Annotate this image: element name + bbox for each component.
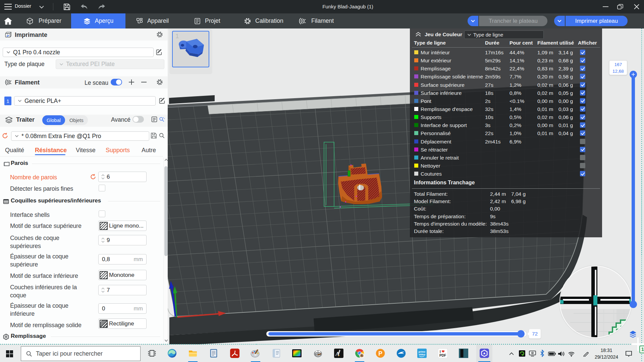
tab-strength[interactable]: Résistance [35, 147, 67, 154]
parameter-list-icon[interactable] [151, 116, 158, 123]
filament-preset-dropdown[interactable]: Generic PLA+ [14, 96, 156, 106]
legend-view-mode-dropdown[interactable]: Type de ligne [464, 31, 544, 39]
minimize-button[interactable] [603, 6, 608, 7]
layer-slider-track[interactable] [632, 74, 635, 305]
line-type-visibility-checkbox[interactable] [580, 147, 585, 152]
writer-document-icon[interactable] [209, 349, 218, 358]
spin-up-icon[interactable] [101, 174, 105, 176]
slice-plate-button[interactable]: Trancher le plateau [479, 16, 547, 26]
layer-slider-top-handle[interactable] [630, 71, 637, 78]
spin-down-icon[interactable] [101, 241, 105, 243]
poweriso-icon[interactable]: P [376, 349, 385, 358]
openoffice-icon[interactable] [396, 349, 406, 358]
line-type-visibility-checkbox[interactable] [580, 139, 585, 144]
spinner-arrows[interactable] [99, 174, 107, 179]
start-button[interactable] [6, 350, 13, 357]
save-icon[interactable] [63, 3, 70, 10]
edit-filament-icon[interactable] [159, 97, 166, 104]
line-type-visibility-checkbox[interactable] [580, 66, 585, 71]
image-viewer-icon[interactable] [292, 349, 302, 358]
top-thickness-input[interactable]: 0,8 mm [98, 254, 147, 264]
menu-chevron-icon[interactable] [39, 5, 44, 9]
line-type-visibility-checkbox[interactable] [580, 171, 585, 176]
print-dropdown-button[interactable] [554, 16, 565, 26]
filament-slot-number[interactable]: 1 [4, 97, 11, 105]
artweaver-icon[interactable]: A [334, 349, 343, 358]
tab-filament[interactable]: Filament [299, 13, 334, 28]
step-slider-track[interactable] [266, 331, 527, 337]
tab-project[interactable]: Projet [194, 13, 220, 28]
line-type-visibility-checkbox[interactable] [580, 82, 585, 87]
taskbar-search-box[interactable]: Taper ici pour rechercher [21, 346, 141, 361]
bottom-layers-spinner[interactable]: 7 [98, 285, 147, 295]
sidebar-scrollbar-thumb[interactable] [164, 166, 168, 256]
scope-global-button[interactable]: Global [42, 115, 65, 125]
line-type-visibility-checkbox[interactable] [580, 130, 585, 136]
slice-dropdown-button[interactable] [468, 16, 478, 26]
interface-shells-checkbox[interactable] [99, 210, 105, 217]
tab-calibration[interactable]: Calibration [244, 13, 283, 28]
close-button[interactable] [634, 4, 639, 9]
paint-palette-icon[interactable] [251, 349, 260, 358]
remove-filament-button[interactable] [141, 79, 147, 85]
battery-tray-icon[interactable] [548, 352, 556, 356]
detect-thin-checkbox[interactable] [99, 185, 105, 191]
restore-button[interactable] [617, 4, 623, 9]
chrome-browser-icon[interactable] [355, 349, 364, 358]
tab-quality[interactable]: Qualité [5, 147, 24, 154]
dark-app-icon[interactable] [459, 349, 468, 358]
line-type-visibility-checkbox[interactable] [580, 50, 585, 55]
wall-loops-spinner[interactable]: 6 [98, 172, 147, 182]
acrobat-reader-icon[interactable] [230, 349, 239, 358]
line-type-visibility-checkbox[interactable] [580, 90, 585, 96]
line-type-visibility-checkbox[interactable] [580, 163, 585, 168]
plate-type-dropdown[interactable]: Textured PEI Plate [56, 59, 164, 69]
spinner-arrows[interactable] [99, 238, 107, 243]
line-type-visibility-checkbox[interactable] [580, 98, 585, 104]
step-slider-handle[interactable] [517, 330, 525, 338]
line-type-visibility-checkbox[interactable] [580, 106, 585, 112]
reset-wall-loops-icon[interactable] [90, 174, 96, 180]
advanced-toggle[interactable] [132, 116, 144, 123]
redo-icon[interactable] [98, 4, 105, 10]
tab-device[interactable]: Appareil [136, 13, 169, 28]
line-type-visibility-checkbox[interactable] [580, 58, 585, 63]
plate-thumbnail-selected[interactable]: 1 [172, 31, 209, 67]
line-type-visibility-checkbox[interactable] [580, 74, 585, 79]
file-explorer-icon[interactable] [188, 349, 198, 358]
notepad-icon[interactable] [272, 349, 281, 358]
add-filament-button[interactable] [128, 79, 135, 85]
pen-tray-icon[interactable] [583, 351, 589, 357]
process-preset-dropdown[interactable]: * 0.08mm Extra Fine @Q1 Pro [11, 131, 149, 141]
gimp-icon[interactable] [313, 349, 323, 358]
action-center-icon[interactable] [625, 351, 632, 357]
taskbar-clock[interactable]: 18:31 29/12/2024 [593, 347, 620, 360]
tab-preview[interactable]: Aperçu [71, 13, 125, 28]
prime-video-icon[interactable]: prime video [417, 349, 427, 358]
print-plate-button[interactable]: Imprimer plateau [566, 16, 628, 26]
layer-slider-bottom-handle[interactable] [630, 301, 637, 308]
hamburger-menu-icon[interactable] [4, 3, 12, 10]
tray-expand-chevron[interactable] [509, 352, 514, 355]
solid-pattern-dropdown[interactable]: Rectiligne [98, 318, 147, 329]
spin-up-icon[interactable] [101, 288, 105, 290]
ilovepdf-icon[interactable]: I PDF [438, 349, 447, 358]
screen-recorder-tray-icon[interactable] [529, 351, 536, 357]
layers-view-button[interactable] [629, 330, 637, 339]
tab-other[interactable]: Autre [142, 147, 156, 154]
volume-tray-icon[interactable] [558, 351, 565, 357]
undo-icon[interactable] [80, 4, 88, 10]
spin-down-icon[interactable] [101, 177, 105, 179]
bottom-thickness-input[interactable]: 0 mm [98, 303, 147, 314]
bluetooth-tray-icon[interactable] [540, 350, 544, 357]
bottom-pattern-dropdown[interactable]: Monotone [98, 270, 147, 280]
top-layers-spinner[interactable]: 9 [98, 235, 147, 245]
spinner-arrows[interactable] [99, 288, 107, 293]
edit-printer-icon[interactable] [156, 49, 163, 56]
filament-sync-toggle[interactable] [111, 79, 122, 85]
spin-up-icon[interactable] [101, 238, 105, 240]
parameter-search-icon[interactable] [159, 116, 165, 123]
printer-settings-gear-icon[interactable] [156, 31, 163, 38]
tab-supports[interactable]: Supports [106, 147, 130, 154]
qidi-studio-icon[interactable] [480, 349, 489, 358]
